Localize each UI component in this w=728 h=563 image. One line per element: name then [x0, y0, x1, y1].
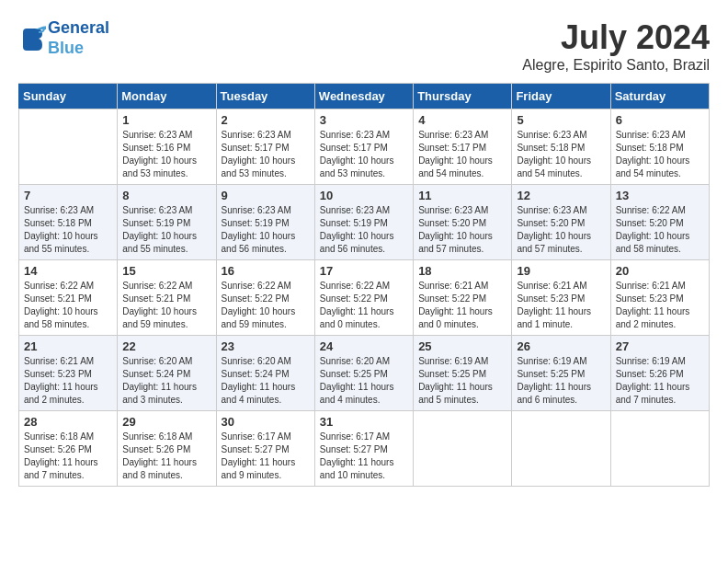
logo: General Blue: [18, 18, 109, 58]
cell-info: Sunrise: 6:18 AM Sunset: 5:26 PM Dayligh…: [24, 431, 112, 482]
day-number: 14: [24, 264, 112, 278]
day-number: 6: [616, 113, 704, 127]
col-header-monday: Monday: [118, 84, 216, 109]
day-number: 13: [616, 189, 704, 202]
calendar-cell: 27Sunrise: 6:19 AM Sunset: 5:26 PM Dayli…: [610, 336, 709, 411]
cell-info: Sunrise: 6:23 AM Sunset: 5:20 PM Dayligh…: [517, 204, 605, 256]
calendar-cell: 19Sunrise: 6:21 AM Sunset: 5:23 PM Dayli…: [512, 260, 610, 336]
week-row-1: 1Sunrise: 6:23 AM Sunset: 5:16 PM Daylig…: [19, 109, 710, 185]
day-number: 10: [320, 189, 408, 202]
day-number: 26: [517, 339, 605, 353]
day-number: 24: [320, 339, 408, 353]
col-header-thursday: Thursday: [414, 84, 512, 109]
cell-info: Sunrise: 6:23 AM Sunset: 5:17 PM Dayligh…: [418, 129, 506, 180]
calendar-cell: 23Sunrise: 6:20 AM Sunset: 5:24 PM Dayli…: [216, 336, 314, 411]
title-block: July 2024 Alegre, Espirito Santo, Brazil: [522, 18, 710, 74]
calendar-cell: 18Sunrise: 6:21 AM Sunset: 5:22 PM Dayli…: [414, 260, 512, 336]
cell-info: Sunrise: 6:20 AM Sunset: 5:24 PM Dayligh…: [222, 355, 310, 407]
day-number: 31: [320, 415, 408, 429]
day-number: 22: [122, 339, 210, 353]
cell-info: Sunrise: 6:18 AM Sunset: 5:26 PM Dayligh…: [122, 431, 210, 482]
calendar-cell: 22Sunrise: 6:20 AM Sunset: 5:24 PM Dayli…: [118, 336, 216, 411]
day-number: 9: [222, 189, 310, 202]
calendar-cell: [610, 411, 709, 487]
col-header-saturday: Saturday: [610, 84, 709, 109]
cell-info: Sunrise: 6:21 AM Sunset: 5:23 PM Dayligh…: [517, 280, 605, 331]
cell-info: Sunrise: 6:23 AM Sunset: 5:19 PM Dayligh…: [122, 204, 210, 256]
calendar-cell: 11Sunrise: 6:23 AM Sunset: 5:20 PM Dayli…: [414, 185, 512, 260]
calendar-table: SundayMondayTuesdayWednesdayThursdayFrid…: [18, 83, 710, 487]
day-number: 2: [222, 113, 310, 127]
day-number: 28: [24, 415, 112, 429]
calendar-cell: 2Sunrise: 6:23 AM Sunset: 5:17 PM Daylig…: [216, 109, 314, 185]
calendar-cell: 13Sunrise: 6:22 AM Sunset: 5:20 PM Dayli…: [610, 185, 709, 260]
day-number: 19: [517, 264, 605, 278]
month-title: July 2024: [522, 18, 710, 57]
col-header-tuesday: Tuesday: [216, 84, 314, 109]
week-row-2: 7Sunrise: 6:23 AM Sunset: 5:18 PM Daylig…: [19, 185, 710, 260]
calendar-cell: 4Sunrise: 6:23 AM Sunset: 5:17 PM Daylig…: [414, 109, 512, 185]
day-number: 25: [418, 339, 506, 353]
calendar-cell: 12Sunrise: 6:23 AM Sunset: 5:20 PM Dayli…: [512, 185, 610, 260]
cell-info: Sunrise: 6:22 AM Sunset: 5:20 PM Dayligh…: [616, 204, 704, 256]
cell-info: Sunrise: 6:19 AM Sunset: 5:25 PM Dayligh…: [517, 355, 605, 407]
day-number: 21: [24, 339, 112, 353]
day-number: 29: [122, 415, 210, 429]
calendar-cell: 31Sunrise: 6:17 AM Sunset: 5:27 PM Dayli…: [314, 411, 413, 487]
cell-info: Sunrise: 6:22 AM Sunset: 5:21 PM Dayligh…: [24, 280, 112, 331]
logo-text: General Blue: [48, 18, 109, 58]
col-header-wednesday: Wednesday: [314, 84, 413, 109]
cell-info: Sunrise: 6:23 AM Sunset: 5:18 PM Dayligh…: [24, 204, 112, 256]
calendar-cell: 3Sunrise: 6:23 AM Sunset: 5:17 PM Daylig…: [314, 109, 413, 185]
cell-info: Sunrise: 6:19 AM Sunset: 5:26 PM Dayligh…: [616, 355, 704, 407]
day-number: 17: [320, 264, 408, 278]
day-number: 4: [418, 113, 506, 127]
col-header-sunday: Sunday: [19, 84, 118, 109]
day-number: 15: [122, 264, 210, 278]
cell-info: Sunrise: 6:17 AM Sunset: 5:27 PM Dayligh…: [222, 431, 310, 482]
cell-info: Sunrise: 6:22 AM Sunset: 5:22 PM Dayligh…: [222, 280, 310, 331]
cell-info: Sunrise: 6:22 AM Sunset: 5:21 PM Dayligh…: [122, 280, 210, 331]
cell-info: Sunrise: 6:22 AM Sunset: 5:22 PM Dayligh…: [320, 280, 408, 331]
cell-info: Sunrise: 6:20 AM Sunset: 5:24 PM Dayligh…: [122, 355, 210, 407]
calendar-cell: 28Sunrise: 6:18 AM Sunset: 5:26 PM Dayli…: [19, 411, 118, 487]
calendar-cell: 26Sunrise: 6:19 AM Sunset: 5:25 PM Dayli…: [512, 336, 610, 411]
calendar-cell: 20Sunrise: 6:21 AM Sunset: 5:23 PM Dayli…: [610, 260, 709, 336]
calendar-cell: 15Sunrise: 6:22 AM Sunset: 5:21 PM Dayli…: [118, 260, 216, 336]
day-number: 27: [616, 339, 704, 353]
cell-info: Sunrise: 6:23 AM Sunset: 5:18 PM Dayligh…: [616, 129, 704, 180]
location-title: Alegre, Espirito Santo, Brazil: [522, 57, 710, 74]
calendar-cell: 21Sunrise: 6:21 AM Sunset: 5:23 PM Dayli…: [19, 336, 118, 411]
calendar-cell: 14Sunrise: 6:22 AM Sunset: 5:21 PM Dayli…: [19, 260, 118, 336]
calendar-cell: 16Sunrise: 6:22 AM Sunset: 5:22 PM Dayli…: [216, 260, 314, 336]
calendar-cell: 30Sunrise: 6:17 AM Sunset: 5:27 PM Dayli…: [216, 411, 314, 487]
cell-info: Sunrise: 6:17 AM Sunset: 5:27 PM Dayligh…: [320, 431, 408, 482]
calendar-cell: [19, 109, 118, 185]
day-number: 20: [616, 264, 704, 278]
cell-info: Sunrise: 6:20 AM Sunset: 5:25 PM Dayligh…: [320, 355, 408, 407]
day-number: 12: [517, 189, 605, 202]
calendar-cell: [512, 411, 610, 487]
cell-info: Sunrise: 6:23 AM Sunset: 5:17 PM Dayligh…: [320, 129, 408, 180]
cell-info: Sunrise: 6:23 AM Sunset: 5:19 PM Dayligh…: [222, 204, 310, 256]
calendar-cell: 17Sunrise: 6:22 AM Sunset: 5:22 PM Dayli…: [314, 260, 413, 336]
day-number: 8: [122, 189, 210, 202]
week-row-5: 28Sunrise: 6:18 AM Sunset: 5:26 PM Dayli…: [19, 411, 710, 487]
calendar-cell: [414, 411, 512, 487]
calendar-cell: 10Sunrise: 6:23 AM Sunset: 5:19 PM Dayli…: [314, 185, 413, 260]
day-number: 30: [222, 415, 310, 429]
calendar-cell: 5Sunrise: 6:23 AM Sunset: 5:18 PM Daylig…: [512, 109, 610, 185]
page-header: General Blue July 2024 Alegre, Espirito …: [18, 18, 710, 74]
day-number: 7: [24, 189, 112, 202]
day-number: 18: [418, 264, 506, 278]
cell-info: Sunrise: 6:23 AM Sunset: 5:20 PM Dayligh…: [418, 204, 506, 256]
calendar-cell: 8Sunrise: 6:23 AM Sunset: 5:19 PM Daylig…: [118, 185, 216, 260]
cell-info: Sunrise: 6:23 AM Sunset: 5:16 PM Dayligh…: [122, 129, 210, 180]
logo-icon: [18, 25, 46, 52]
cell-info: Sunrise: 6:23 AM Sunset: 5:19 PM Dayligh…: [320, 204, 408, 256]
calendar-cell: 9Sunrise: 6:23 AM Sunset: 5:19 PM Daylig…: [216, 185, 314, 260]
day-number: 11: [418, 189, 506, 202]
day-number: 5: [517, 113, 605, 127]
day-number: 23: [222, 339, 310, 353]
calendar-cell: 1Sunrise: 6:23 AM Sunset: 5:16 PM Daylig…: [118, 109, 216, 185]
